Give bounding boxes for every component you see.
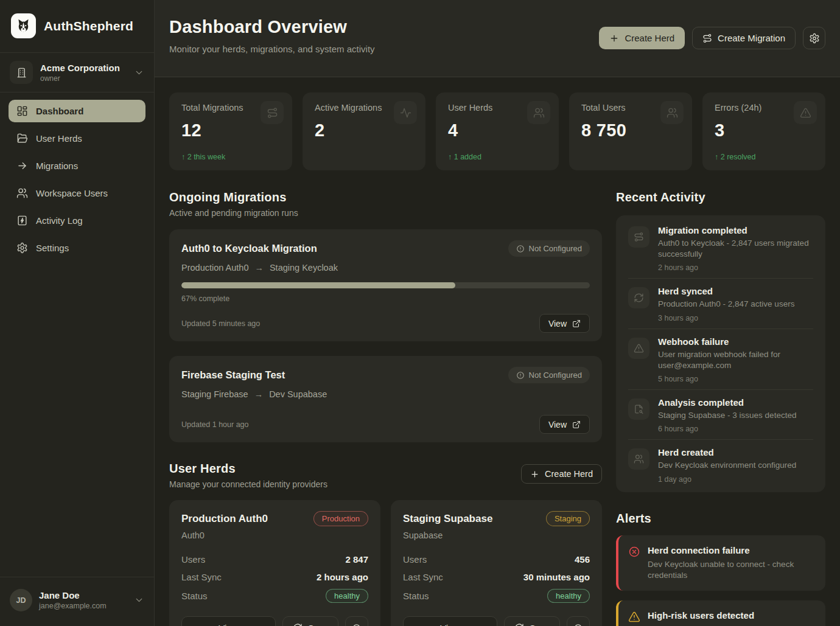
- stat-delta: ↑ 2 this week: [181, 153, 280, 161]
- alert-high-risk-users: High-risk users detected: [616, 600, 825, 626]
- stat-delta: ↑ 1 added: [448, 153, 547, 161]
- herd-provider: Supabase: [403, 530, 590, 540]
- arrow-right-icon: →: [254, 263, 264, 273]
- create-herd-section-button[interactable]: Create Herd: [521, 464, 602, 484]
- view-herd-button[interactable]: View: [181, 616, 276, 626]
- activity-item: Migration completed Auth0 to Keycloak - …: [628, 218, 813, 279]
- herd-name: Staging Supabase: [403, 513, 492, 525]
- dashboard-icon: [16, 105, 28, 117]
- migration-card: Firebase Staging Test Not Configured Sta…: [169, 356, 602, 442]
- herd-last-sync-row: Last Sync30 minutes ago: [403, 568, 590, 586]
- herd-status-row: Status healthy: [181, 586, 368, 606]
- sidebar-item-label: Activity Log: [36, 215, 83, 226]
- herd-last-sync-row: Last Sync2 hours ago: [181, 568, 368, 586]
- env-badge: Production: [313, 511, 368, 526]
- activity-item: Herd synced Production Auth0 - 2,847 act…: [628, 279, 813, 329]
- herd-name: Production Auth0: [181, 513, 268, 525]
- alerts-title: Alerts: [616, 512, 825, 526]
- view-migration-button[interactable]: View: [539, 314, 590, 333]
- status-badge: healthy: [547, 589, 590, 603]
- plus-icon: [530, 470, 539, 479]
- herd-card-staging-supabase: Staging Supabase Staging Supabase Users4…: [391, 500, 602, 626]
- gear-icon: [16, 242, 28, 254]
- herd-users-row: Users2 847: [181, 551, 368, 568]
- gear-icon: [809, 33, 820, 44]
- sidebar-item-activity-log[interactable]: Activity Log: [9, 209, 145, 232]
- plus-icon: [609, 33, 619, 43]
- inspect-herd-button[interactable]: [345, 616, 368, 626]
- user-name: Jane Doe: [39, 590, 127, 600]
- progress-bar: [181, 282, 590, 288]
- recent-activity-title: Recent Activity: [616, 190, 825, 204]
- right-rail: Recent Activity Migration completed Auth…: [616, 190, 825, 626]
- app-name: AuthShepherd: [44, 19, 133, 33]
- sidebar-nav: Dashboard User Herds Migrations: [0, 92, 154, 266]
- users-icon: [527, 101, 550, 124]
- sidebar-item-user-herds[interactable]: User Herds: [9, 127, 145, 150]
- activity-item: Herd created Dev Keycloak environment co…: [628, 440, 813, 489]
- sidebar: AuthShepherd Acme Corporation owner: [0, 0, 155, 626]
- user-herds-title: User Herds: [169, 462, 327, 476]
- x-circle-icon: [628, 546, 640, 558]
- info-circle-icon: [516, 245, 525, 253]
- refresh-icon: [293, 623, 303, 626]
- search-icon: [573, 623, 584, 626]
- arrow-right-icon: →: [254, 389, 264, 399]
- alert-triangle-icon: [628, 338, 649, 359]
- main-area: Dashboard Overview Monitor your herds, m…: [155, 0, 840, 626]
- migration-name: Auth0 to Keycloak Migration: [181, 243, 317, 254]
- sidebar-item-migrations[interactable]: Migrations: [9, 155, 145, 177]
- ongoing-migrations-subtitle: Active and pending migration runs: [169, 208, 602, 218]
- sidebar-item-dashboard[interactable]: Dashboard: [9, 100, 145, 122]
- users-icon: [628, 448, 649, 470]
- dog-logo-icon: [11, 13, 36, 38]
- avatar: JD: [10, 589, 32, 611]
- not-configured-badge: Not Configured: [508, 367, 590, 383]
- sidebar-item-workspace-users[interactable]: Workspace Users: [9, 182, 145, 204]
- updated-timestamp: Updated 1 hour ago: [181, 420, 249, 429]
- app-logo: AuthShepherd: [0, 0, 154, 52]
- chevron-down-icon: [134, 68, 144, 78]
- view-herd-button[interactable]: View: [403, 616, 497, 626]
- org-switcher[interactable]: Acme Corporation owner: [0, 52, 154, 92]
- activity-item: Analysis completed Staging Supabase - 3 …: [628, 390, 813, 440]
- migration-name: Firebase Staging Test: [181, 369, 285, 381]
- herd-provider: Auth0: [181, 530, 368, 540]
- sidebar-item-label: Settings: [36, 243, 69, 253]
- refresh-icon: [514, 623, 524, 626]
- progress-fill: [181, 282, 455, 288]
- users-icon: [16, 187, 28, 199]
- view-migration-button[interactable]: View: [539, 415, 590, 434]
- user-menu[interactable]: JD Jane Doe jane@example.com: [0, 577, 154, 626]
- sidebar-item-settings[interactable]: Settings: [9, 237, 145, 259]
- create-herd-button[interactable]: Create Herd: [599, 27, 685, 49]
- sidebar-item-label: Workspace Users: [36, 188, 108, 198]
- file-zap-icon: [16, 215, 28, 226]
- page-header: Dashboard Overview Monitor your herds, m…: [155, 0, 840, 77]
- external-link-icon: [572, 420, 581, 429]
- sidebar-item-label: Dashboard: [36, 106, 83, 116]
- org-role: owner: [40, 74, 127, 83]
- app-root: AuthShepherd Acme Corporation owner: [0, 0, 840, 626]
- migration-route: Production Auth0 → Staging Keycloak: [181, 263, 590, 273]
- sync-herd-button[interactable]: Sync: [282, 616, 338, 626]
- activity-icon: [394, 101, 417, 124]
- activity-item: Webhook failure User migration webhook f…: [628, 329, 813, 390]
- sync-herd-button[interactable]: Sync: [504, 616, 560, 626]
- route-icon: [261, 101, 284, 124]
- create-migration-button[interactable]: Create Migration: [692, 27, 796, 49]
- building-icon: [10, 61, 33, 84]
- stat-card-total-migrations: Total Migrations 12 ↑ 2 this week: [169, 92, 292, 170]
- herd-grid: Production Auth0 Production Auth0 Users2…: [169, 500, 602, 626]
- env-badge: Staging: [546, 511, 590, 526]
- folder-open-icon: [16, 133, 28, 144]
- stats-row: Total Migrations 12 ↑ 2 this week Active…: [169, 92, 825, 170]
- updated-timestamp: Updated 5 minutes ago: [181, 319, 260, 328]
- status-badge: healthy: [326, 589, 368, 603]
- org-name: Acme Corporation: [40, 63, 127, 73]
- inspect-herd-button[interactable]: [567, 616, 590, 626]
- migration-route: Staging Firebase → Dev Supabase: [181, 389, 590, 399]
- settings-button[interactable]: [803, 27, 825, 49]
- sidebar-item-label: Migrations: [36, 161, 78, 171]
- progress-label: 67% complete: [181, 294, 590, 303]
